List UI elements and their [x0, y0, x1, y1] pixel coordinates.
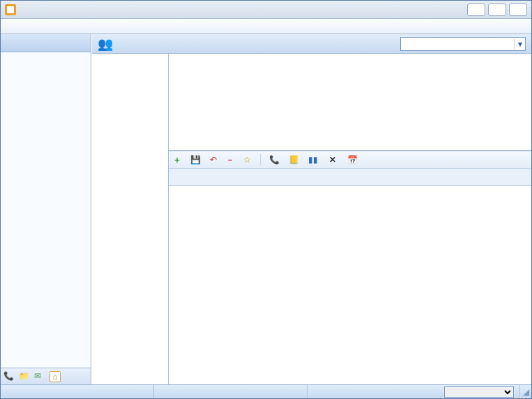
close-button[interactable]	[509, 3, 527, 16]
tool-mail-icon[interactable]: ✉	[34, 371, 45, 382]
customer-icon: 👥	[98, 36, 113, 52]
sidebar-header[interactable]	[1, 34, 91, 52]
close-icon[interactable]: ✕	[326, 153, 339, 166]
group-tree	[92, 54, 169, 384]
search-box[interactable]: ▾	[400, 37, 526, 51]
record-toolbar: ＋ 💾 ↶ － ☆ 📞 📒 ▮▮ ✕ 📅	[169, 151, 531, 169]
custom-button[interactable]: ☆	[243, 155, 253, 165]
status-style	[434, 385, 520, 398]
tool-folder-icon[interactable]: 📁	[19, 371, 30, 382]
style-select[interactable]	[444, 386, 514, 398]
status-idle	[154, 385, 307, 398]
tool-phone-icon[interactable]: 📞	[3, 371, 15, 382]
sidebar: 📞 📁 ✉ ⌂	[1, 34, 91, 384]
save-button[interactable]: 💾	[190, 155, 203, 165]
resize-grip-icon[interactable]: ◢	[520, 387, 531, 397]
book-icon[interactable]: 📒	[287, 153, 300, 166]
statusbar: ◢	[1, 384, 531, 398]
app-logo-icon	[5, 4, 16, 15]
minimize-button[interactable]	[467, 3, 485, 16]
status-user	[1, 385, 154, 398]
sidebar-toolbar: 📞 📁 ✉ ⌂	[1, 368, 91, 384]
content-header: 👥 ▾	[92, 34, 531, 54]
add-button[interactable]: ＋	[173, 154, 183, 166]
search-dropdown-icon[interactable]: ▾	[514, 39, 525, 49]
phone-icon[interactable]: 📞	[268, 153, 280, 166]
maximize-button[interactable]	[488, 3, 506, 16]
menubar	[1, 19, 531, 34]
customer-grid	[169, 54, 531, 151]
detail-form	[169, 186, 531, 384]
tool-home-icon[interactable]: ⌂	[50, 371, 61, 382]
cancel-button[interactable]: ↶	[210, 155, 219, 165]
detail-tabs	[169, 169, 531, 186]
delete-button[interactable]: －	[226, 154, 236, 166]
calendar-icon[interactable]: 📅	[346, 153, 358, 166]
titlebar	[1, 1, 531, 19]
search-input[interactable]	[401, 39, 514, 49]
pause-icon[interactable]: ▮▮	[307, 153, 319, 166]
